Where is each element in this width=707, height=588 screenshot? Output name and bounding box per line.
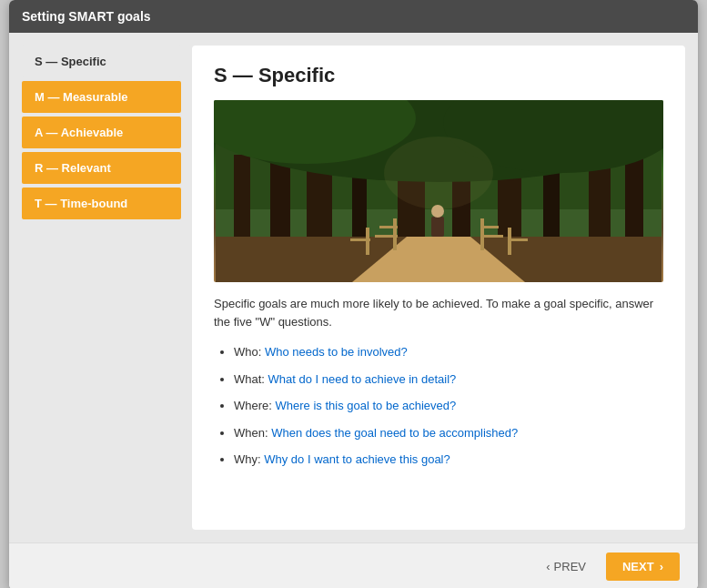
svg-rect-21 (480, 226, 499, 228)
main-description: Specific goals are much more likely to b… (214, 295, 663, 330)
sidebar-item-specific[interactable]: S — Specific (22, 46, 181, 77)
list-item: Why: Why do I want to achieve this goal? (234, 451, 663, 469)
main-panel: S — Specific (192, 46, 685, 530)
chevron-left-icon: ‹ (546, 560, 550, 573)
window-title: Setting SMART goals (22, 9, 151, 24)
hero-image (214, 100, 663, 282)
prev-label: PREV (554, 560, 586, 573)
svg-rect-18 (379, 226, 398, 228)
question-what-link[interactable]: What do I need to achieve in detail? (268, 372, 457, 386)
list-item: Who: Who needs to be involved? (234, 343, 663, 361)
sidebar-item-achievable[interactable]: A — Achievable (22, 117, 181, 148)
svg-rect-19 (375, 235, 398, 238)
svg-point-29 (384, 137, 493, 209)
sidebar-item-timebound[interactable]: T — Time-bound (22, 188, 181, 219)
list-item: What: What do I need to achieve in detai… (234, 370, 663, 389)
svg-rect-26 (508, 238, 528, 241)
svg-rect-17 (393, 218, 397, 250)
title-bar: Setting SMART goals (9, 0, 698, 33)
list-item: Where: Where is this goal to be achieved… (234, 397, 663, 415)
svg-rect-24 (350, 238, 370, 241)
list-item: When: When does the goal need to be acco… (234, 424, 663, 442)
page-title: S — Specific (214, 64, 663, 87)
next-label: NEXT (622, 560, 654, 573)
sidebar-item-relevant[interactable]: R — Relevant (22, 152, 181, 184)
question-when-link[interactable]: When does the goal need to be accomplish… (271, 426, 518, 440)
content-area: S — Specific M — Measurable A — Achievab… (9, 33, 698, 542)
sidebar: S — Specific M — Measurable A — Achievab… (22, 46, 181, 530)
footer-bar: ‹ PREV NEXT › (9, 542, 698, 588)
next-button[interactable]: NEXT › (606, 553, 680, 581)
question-where-link[interactable]: Where is this goal to be achieved? (276, 399, 457, 412)
questions-list: Who: Who needs to be involved? What: Wha… (214, 343, 663, 469)
chevron-right-icon: › (660, 560, 663, 573)
sidebar-item-measurable[interactable]: M — Measurable (22, 81, 181, 113)
prev-button[interactable]: ‹ PREV (533, 553, 599, 581)
question-who-link[interactable]: Who needs to be involved? (265, 345, 408, 359)
svg-rect-20 (480, 218, 484, 250)
application-window: Setting SMART goals S — Specific M — Mea… (9, 0, 698, 588)
svg-rect-22 (480, 235, 503, 238)
question-why-link[interactable]: Why do I want to achieve this goal? (264, 452, 450, 466)
svg-rect-27 (431, 217, 444, 237)
